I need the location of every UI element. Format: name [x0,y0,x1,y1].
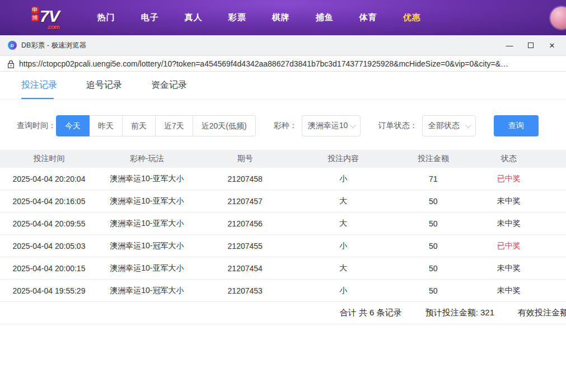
browser-app-icon: D [8,41,17,50]
search-button[interactable]: 查询 [494,115,539,136]
lottery-select[interactable]: 澳洲幸运10 [302,115,361,136]
issue-cell: 21207454 [196,264,294,273]
amount-cell: 50 [392,242,475,251]
maximize-icon [528,42,534,48]
lock-icon [8,60,14,68]
site-header: 申 博 7V.com 热门 电子 真人 彩票 棋牌 捕鱼 体育 优惠 [0,0,566,35]
order-status-select[interactable]: 全部状态 [422,115,476,136]
summary-expected: 预计投注金额: 321 [425,308,494,318]
play-cell: 澳洲幸运10-冠军大小 [98,286,196,296]
play-cell: 澳洲幸运10-亚军大小 [98,196,196,206]
nav-item-live[interactable]: 真人 [180,9,207,26]
tab-chase-records[interactable]: 追号记录 [86,72,122,99]
table-body: 2025-04-04 20:20:04 澳洲幸运10-亚军大小 21207458… [0,168,566,302]
bet-time-cell: 2025-04-04 20:09:55 [0,219,98,228]
status-cell: 未中奖 [474,196,543,206]
nav-item-hot[interactable]: 热门 [93,9,120,26]
header-content: 投注内容 [294,154,392,164]
summary-total: 合计 共 6 条记录 [340,308,402,318]
bet-records-table: 投注时间 彩种-玩法 期号 投注内容 投注金额 状态 2025-04-04 20… [0,150,566,302]
logo-char-1: 申 [31,7,39,13]
amount-cell: 50 [392,197,475,206]
chevron-down-icon [349,122,355,128]
bet-time-cell: 2025-04-04 20:00:15 [0,264,98,273]
main-nav: 热门 电子 真人 彩票 棋牌 捕鱼 体育 优惠 [76,9,425,26]
amount-cell: 50 [392,219,475,228]
tab-bet-records[interactable]: 投注记录 [21,72,57,99]
content-cell: 大 [294,219,392,229]
header-issue: 期号 [196,154,294,164]
logo-char-2: 博 [31,15,39,21]
header-amount: 投注金额 [392,154,475,164]
amount-cell: 50 [392,286,475,295]
header-status: 状态 [474,154,543,164]
table-header-row: 投注时间 彩种-玩法 期号 投注内容 投注金额 状态 [0,150,566,168]
play-cell: 澳洲幸运10-亚军大小 [98,219,196,229]
issue-cell: 21207455 [196,242,294,251]
bet-time-cell: 2025-04-04 20:05:03 [0,242,98,251]
nav-item-slots[interactable]: 电子 [137,9,163,26]
window-title: DB彩票 - 极速浏览器 [21,41,86,50]
bet-time-cell: 2025-04-04 20:16:05 [0,197,98,206]
header-play: 彩种-玩法 [98,154,196,164]
play-cell: 澳洲幸运10-亚军大小 [98,263,196,273]
nav-item-sports[interactable]: 体育 [355,9,382,26]
tab-bar: 投注记录 追号记录 资金记录 [0,72,566,100]
tab-fund-records[interactable]: 资金记录 [151,72,187,99]
time-option-7days[interactable]: 近7天 [155,115,193,136]
status-cell: 未中奖 [474,286,543,296]
status-cell: 未中奖 [474,219,543,229]
time-option-today[interactable]: 今天 [56,115,90,136]
bet-time-cell: 2025-04-04 20:20:04 [0,174,98,183]
summary-row: 合计 共 6 条记录 预计投注金额: 321 有效投注金额 [0,302,566,324]
play-cell: 澳洲幸运10-冠军大小 [98,241,196,251]
nav-item-promo[interactable]: 优惠 [399,9,425,26]
nav-item-cards[interactable]: 棋牌 [268,9,294,26]
play-cell: 澳洲幸运10-亚军大小 [98,174,196,184]
status-cell: 已中奖 [474,174,543,184]
filter-bar: 查询时间： 今天 昨天 前天 近7天 近20天(低频) 彩种： 澳洲幸运10 订… [0,100,566,136]
browser-title-bar: D DB彩票 - 极速浏览器 — ✕ [0,35,566,56]
nav-item-lottery[interactable]: 彩票 [224,9,251,26]
window-controls: — ✕ [499,35,563,55]
time-filter-label: 查询时间： [17,121,56,131]
content-cell: 大 [294,196,392,206]
issue-cell: 21207458 [196,174,294,183]
amount-cell: 71 [392,174,475,183]
table-row: 2025-04-04 20:00:15 澳洲幸运10-亚军大小 21207454… [0,257,566,280]
content-cell: 小 [294,174,392,184]
status-cell: 已中奖 [474,241,543,251]
time-filter-group: 今天 昨天 前天 近7天 近20天(低频) [56,115,256,136]
chevron-down-icon [465,122,471,128]
minimize-button[interactable]: — [499,35,520,55]
bet-time-cell: 2025-04-04 19:55:29 [0,286,98,295]
content-cell: 大 [294,263,392,273]
time-option-yesterday[interactable]: 昨天 [89,115,123,136]
site-logo[interactable]: 申 博 7V.com [31,7,59,29]
logo-suffix: .com [40,25,59,30]
close-button[interactable]: ✕ [541,35,563,55]
order-status-value: 全部状态 [428,121,460,131]
time-option-20days[interactable]: 近20天(低频) [193,115,256,136]
table-row: 2025-04-04 20:09:55 澳洲幸运10-亚军大小 21207456… [0,212,566,235]
header-bet-time: 投注时间 [0,154,98,164]
table-row: 2025-04-04 20:20:04 澳洲幸运10-亚军大小 21207458… [0,168,566,190]
nav-item-fishing[interactable]: 捕鱼 [311,9,338,26]
issue-cell: 21207457 [196,197,294,206]
url-bar[interactable]: https://ctopcp02pcali.uengi5e.com/lotter… [0,56,566,72]
content-cell: 小 [294,241,392,251]
table-row: 2025-04-04 20:16:05 澳洲幸运10-亚军大小 21207457… [0,190,566,212]
time-option-daybefore[interactable]: 前天 [122,115,156,136]
issue-cell: 21207453 [196,286,294,295]
status-cell: 未中奖 [474,263,543,273]
logo-main: 7V.com [40,8,59,30]
avatar[interactable] [550,7,566,29]
table-row: 2025-04-04 20:05:03 澳洲幸运10-冠军大小 21207455… [0,235,566,257]
summary-valid: 有效投注金额 [518,308,566,318]
amount-cell: 50 [392,264,475,273]
url-text: https://ctopcp02pcali.uengi5e.com/lotter… [19,59,508,68]
content-cell: 小 [294,286,392,296]
logo-chars: 申 博 [31,7,39,21]
maximize-button[interactable] [520,35,541,55]
status-filter-label: 订单状态： [378,121,418,131]
